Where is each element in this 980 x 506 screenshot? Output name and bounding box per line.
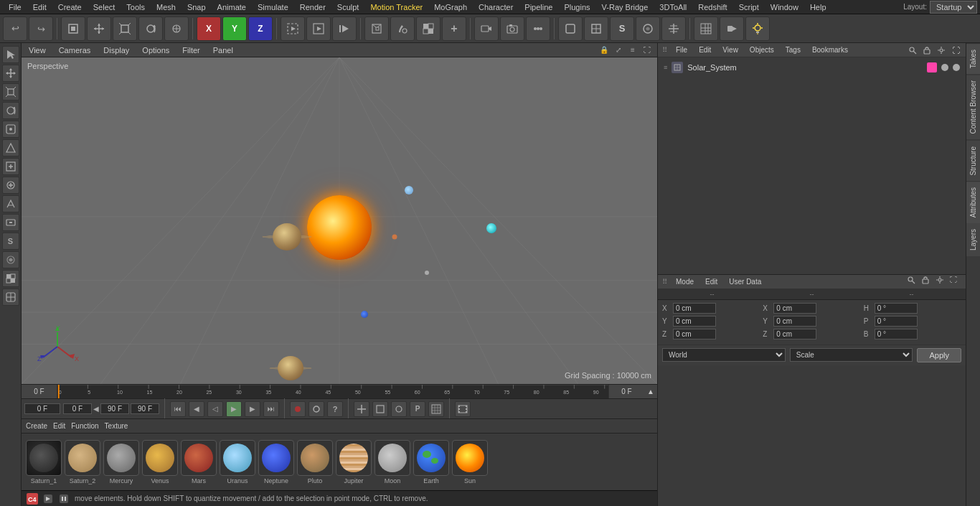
- menu-sculpt[interactable]: Sculpt: [331, 0, 365, 14]
- material-uranus[interactable]: Uranus: [220, 440, 255, 484]
- y-rot-field[interactable]: [773, 316, 816, 327]
- rotate-button[interactable]: [138, 17, 163, 41]
- h-field[interactable]: [875, 303, 918, 314]
- vp-icon-menu[interactable]: ≡: [627, 44, 639, 56]
- play-reverse-btn[interactable]: ◁: [207, 401, 223, 417]
- render-button[interactable]: [332, 17, 357, 41]
- paint-button[interactable]: [390, 17, 415, 41]
- neptune-planet[interactable]: [486, 223, 496, 233]
- bottom-btn1[interactable]: [42, 492, 55, 505]
- go-to-end-btn[interactable]: ⏭: [263, 401, 279, 417]
- sidebar-btn10[interactable]: [2, 214, 19, 231]
- scale-button[interactable]: [113, 17, 137, 41]
- auto-key-btn[interactable]: [308, 401, 324, 417]
- mat-edit-btn[interactable]: Edit: [53, 422, 65, 430]
- om-edit-btn[interactable]: Edit: [696, 46, 714, 54]
- om-objects-btn[interactable]: Objects: [747, 46, 777, 54]
- material-neptune[interactable]: Neptune: [258, 440, 294, 484]
- record-button[interactable]: [720, 17, 744, 41]
- sidebar-select-btn[interactable]: [2, 46, 19, 63]
- menu-3dtoall[interactable]: 3DToAll: [654, 0, 692, 14]
- sidebar-btn14[interactable]: [2, 289, 19, 306]
- obj-render-dot[interactable]: [953, 64, 960, 71]
- vp-icon-arrows[interactable]: ⤢: [613, 44, 624, 56]
- material-venus[interactable]: Venus: [142, 440, 178, 484]
- vp-menu-view[interactable]: View: [26, 46, 49, 55]
- attr-search-icon[interactable]: [907, 276, 918, 287]
- menu-plugins[interactable]: Plugins: [558, 0, 595, 14]
- light-button[interactable]: [745, 17, 770, 41]
- z-axis-button[interactable]: Z: [248, 17, 273, 41]
- z-rot-field[interactable]: [773, 329, 816, 339]
- sun-object[interactable]: [307, 195, 372, 260]
- attr-lock-icon[interactable]: [921, 276, 933, 287]
- om-file-btn[interactable]: File: [673, 46, 690, 54]
- mat-texture-btn[interactable]: Texture: [105, 422, 128, 430]
- om-bookmarks-btn[interactable]: Bookmarks: [809, 46, 851, 54]
- small-dot[interactable]: [425, 271, 429, 275]
- material-earth[interactable]: Earth: [413, 440, 449, 484]
- saturn-object[interactable]: [273, 223, 301, 250]
- texture-button[interactable]: [584, 17, 608, 41]
- mat-function-btn[interactable]: Function: [71, 422, 98, 430]
- end-frame-field[interactable]: [100, 403, 129, 414]
- material-sun[interactable]: Sun: [452, 440, 488, 484]
- material-pluto[interactable]: Pluto: [297, 440, 333, 484]
- solar-system-object-row[interactable]: ≡ Solar_System: [658, 60, 966, 75]
- y-pos-field[interactable]: [673, 316, 716, 327]
- menu-script[interactable]: Script: [733, 0, 765, 14]
- s-button[interactable]: S: [610, 17, 634, 41]
- material-saturn1[interactable]: Saturn_1: [26, 440, 62, 484]
- attr-edit-btn[interactable]: Edit: [702, 278, 720, 286]
- menu-vray-bridge[interactable]: V-Ray Bridge: [596, 0, 654, 14]
- sidebar-scale-btn[interactable]: [2, 83, 19, 100]
- apply-button[interactable]: Apply: [917, 348, 961, 362]
- sidebar-btn7[interactable]: [2, 158, 19, 175]
- x-rot-field[interactable]: [773, 303, 816, 314]
- play-btn[interactable]: ▶: [226, 401, 242, 417]
- checker-button[interactable]: [416, 17, 440, 41]
- menu-snap[interactable]: Snap: [182, 0, 212, 14]
- sidebar-move-btn[interactable]: [2, 65, 19, 82]
- move-key-btn[interactable]: [354, 401, 369, 417]
- sidebar-rotate-btn[interactable]: [2, 102, 19, 119]
- timeline-track[interactable]: 0 5 10 15 20 25 30 35: [57, 385, 608, 398]
- vp-menu-filter[interactable]: Filter: [179, 46, 202, 55]
- menu-mograph[interactable]: MoGraph: [428, 0, 473, 14]
- render-region-button[interactable]: [281, 17, 305, 41]
- timeline[interactable]: 0 F 0 5 10 15 20: [22, 384, 657, 398]
- tab-takes[interactable]: Takes: [966, 43, 980, 74]
- attr-settings-icon[interactable]: [936, 276, 947, 287]
- attr-userdata-btn[interactable]: User Data: [726, 278, 764, 286]
- y-axis-button[interactable]: Y: [222, 17, 247, 41]
- menu-window[interactable]: Window: [765, 0, 804, 14]
- fps-field[interactable]: [131, 403, 159, 414]
- object-axis-button[interactable]: [164, 17, 189, 41]
- timeline-expand-btn[interactable]: ▲: [644, 385, 657, 398]
- menu-animate[interactable]: Animate: [212, 0, 252, 14]
- scale-select[interactable]: Scale: [790, 348, 913, 362]
- current-frame-field[interactable]: [24, 403, 60, 414]
- vp-icon-lock[interactable]: 🔒: [598, 44, 610, 56]
- menu-create[interactable]: Create: [52, 0, 88, 14]
- sidebar-btn13[interactable]: [2, 270, 19, 287]
- snapping-button[interactable]: [661, 17, 686, 41]
- sidebar-btn12[interactable]: [2, 251, 19, 268]
- menu-simulate[interactable]: Simulate: [252, 0, 294, 14]
- sidebar-btn11[interactable]: S: [2, 233, 19, 250]
- om-search-icon[interactable]: [907, 44, 918, 56]
- menu-redshift[interactable]: Redshift: [692, 0, 732, 14]
- x-pos-field[interactable]: [673, 303, 716, 314]
- film-strip-btn[interactable]: [455, 401, 471, 417]
- attr-mode-btn[interactable]: Mode: [673, 278, 697, 286]
- om-lock-icon[interactable]: [921, 44, 933, 56]
- material-saturn2[interactable]: Saturn_2: [65, 440, 100, 484]
- add-button[interactable]: +: [442, 17, 466, 41]
- material-mars[interactable]: Mars: [181, 440, 217, 484]
- move-button[interactable]: [87, 17, 111, 41]
- venus-dot[interactable]: [392, 235, 397, 240]
- perspective-button[interactable]: [364, 17, 389, 41]
- material-mercury[interactable]: Mercury: [103, 440, 139, 484]
- saturn2-object[interactable]: [278, 356, 303, 380]
- rot-key-btn[interactable]: [391, 401, 407, 417]
